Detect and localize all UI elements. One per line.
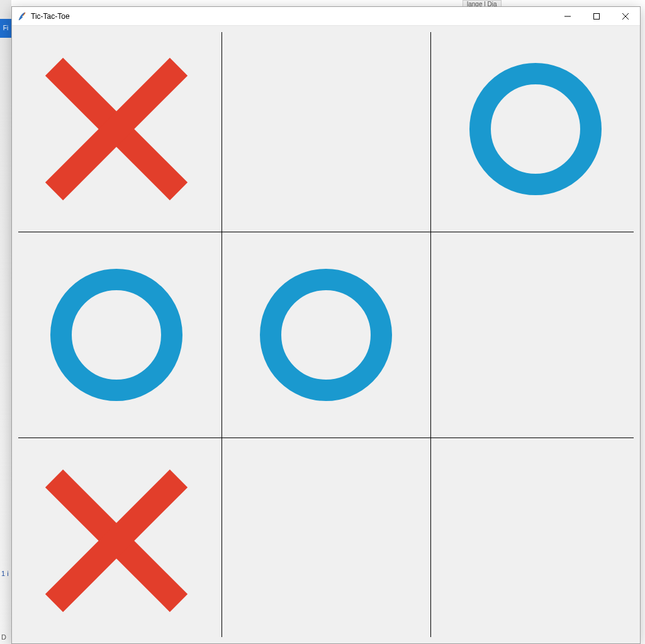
gridline-horizontal-1 [18,232,634,232]
minimize-button[interactable] [553,7,582,26]
app-window: Tic-Tac-Toe XOOOX [11,6,641,644]
close-icon [622,13,629,20]
cell-1-2[interactable] [430,232,640,438]
background-text-2: D [1,633,6,641]
cell-2-0[interactable]: X [12,438,222,643]
o-mark-icon [260,269,392,401]
gridline-vertical-2 [430,32,431,637]
cell-0-0[interactable]: X [12,26,222,232]
tk-feather-icon [17,11,27,21]
cell-0-1[interactable] [222,26,431,232]
window-title: Tic-Tac-Toe [31,12,70,21]
background-side-tab: Fi [0,19,11,38]
cell-0-2[interactable]: O [430,26,640,232]
svg-rect-0 [594,13,600,19]
gridline-horizontal-2 [18,438,634,438]
x-mark-icon [47,472,186,610]
maximize-button[interactable] [582,7,611,26]
background-window-edge [0,0,11,644]
game-grid: XOOOX [12,26,640,643]
maximize-icon [593,13,600,20]
cell-1-0[interactable]: O [12,232,222,438]
titlebar[interactable]: Tic-Tac-Toe [12,7,640,26]
o-mark-icon [50,269,182,401]
close-button[interactable] [611,7,640,26]
background-text-1: 1 i [1,570,9,577]
cell-1-1[interactable]: O [222,232,431,438]
minimize-icon [564,13,571,20]
cell-2-2[interactable] [430,438,640,643]
gridline-vertical-1 [222,32,222,637]
game-canvas: XOOOX [12,26,640,643]
x-mark-icon [47,60,186,198]
cell-2-1[interactable] [222,438,431,643]
o-mark-icon [469,63,602,195]
